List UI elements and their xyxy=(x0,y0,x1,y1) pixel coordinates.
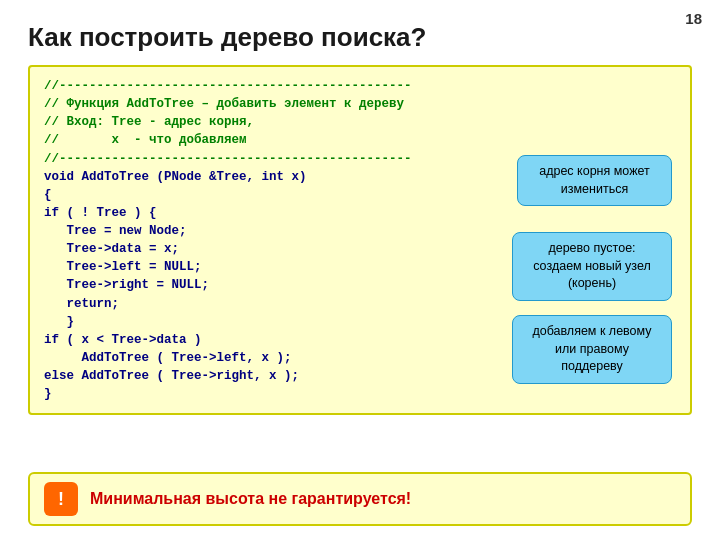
slide-number: 18 xyxy=(685,10,702,27)
code-line-15: if ( x < Tree->data ) xyxy=(44,333,202,347)
code-line-6: void AddToTree (PNode &Tree, int x) xyxy=(44,170,307,184)
tooltip-addr-change: адрес корня может измениться xyxy=(517,155,672,206)
code-line-2: // Функция AddToTree – добавить элемент … xyxy=(44,97,404,111)
tooltip-empty-tree: дерево пустое: создаем новый узел (корен… xyxy=(512,232,672,301)
bottom-bar-text: Минимальная высота не гарантируется! xyxy=(90,490,411,508)
slide-title: Как построить дерево поиска? xyxy=(28,22,692,53)
code-line-11: Tree->left = NULL; xyxy=(44,260,202,274)
code-line-12: Tree->right = NULL; xyxy=(44,278,209,292)
tooltip-subtree: добавляем к левому или правому поддереву xyxy=(512,315,672,384)
code-line-9: Tree = new Node; xyxy=(44,224,187,238)
code-line-16: AddToTree ( Tree->left, x ); xyxy=(44,351,292,365)
code-area: //--------------------------------------… xyxy=(28,65,692,415)
code-line-17: else AddToTree ( Tree->right, x ); xyxy=(44,369,299,383)
code-line-18: } xyxy=(44,387,52,401)
code-line-8: if ( ! Tree ) { xyxy=(44,206,157,220)
code-line-10: Tree->data = x; xyxy=(44,242,179,256)
bottom-bar: ! Минимальная высота не гарантируется! xyxy=(28,472,692,526)
code-line-3: // Вход: Tree - адрес корня, xyxy=(44,115,254,129)
code-line-7: { xyxy=(44,188,52,202)
slide: 18 Как построить дерево поиска? //------… xyxy=(0,0,720,540)
code-line-5: //--------------------------------------… xyxy=(44,152,412,166)
code-line-4: // x - что добавляем xyxy=(44,133,247,147)
code-line-14: } xyxy=(44,315,74,329)
code-line-1: //--------------------------------------… xyxy=(44,79,412,93)
warning-icon: ! xyxy=(44,482,78,516)
code-line-13: return; xyxy=(44,297,119,311)
